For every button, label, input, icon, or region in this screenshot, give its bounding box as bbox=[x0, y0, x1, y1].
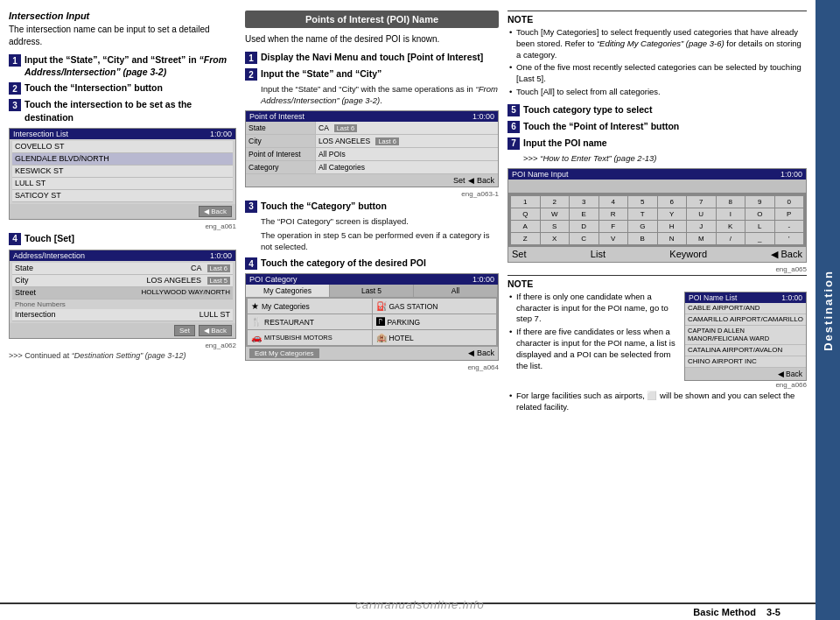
cat-grid: ★ My Categories ⛽ GAS STATION 🍴 RESTAURA… bbox=[246, 297, 498, 347]
back-button-list[interactable]: ◀ Back bbox=[778, 370, 802, 378]
key-4[interactable]: 4 bbox=[599, 196, 628, 208]
key-9[interactable]: 9 bbox=[746, 196, 774, 208]
key-h[interactable]: H bbox=[658, 221, 687, 232]
cat-label: RESTAURANT bbox=[264, 318, 314, 327]
back-button-2[interactable]: ◀ Back bbox=[199, 325, 232, 336]
back-button-1[interactable]: ◀ Back bbox=[199, 206, 232, 217]
row-value: LULL ST bbox=[200, 310, 230, 319]
key-5[interactable]: 5 bbox=[628, 196, 657, 208]
key-u[interactable]: U bbox=[687, 208, 716, 220]
poi-list-header: POI Name List 1:0:00 bbox=[685, 292, 806, 303]
list-item[interactable]: COVELLO ST bbox=[12, 141, 233, 153]
list-item[interactable]: CAPTAIN D ALLEN MANOR/FELICIANA WARD bbox=[685, 326, 806, 345]
key-p[interactable]: P bbox=[775, 208, 804, 220]
key-7[interactable]: 7 bbox=[687, 196, 716, 208]
cat-cell-gasstation[interactable]: ⛽ GAS STATION bbox=[373, 299, 497, 314]
list-item[interactable]: CATALINA AIRPORT/AVALON bbox=[685, 345, 806, 356]
back-button-pns[interactable]: ◀ Back bbox=[771, 249, 802, 260]
key-t[interactable]: T bbox=[628, 208, 657, 220]
list-button-pns[interactable]: List bbox=[591, 249, 606, 260]
step-sub-m3a: The “POI Category” screen is displayed. bbox=[261, 216, 499, 228]
tab-my-categories[interactable]: My Categories bbox=[246, 285, 330, 297]
keyword-button-pns[interactable]: Keyword bbox=[669, 249, 707, 260]
edit-my-categories-button[interactable]: Edit My Categories bbox=[249, 349, 319, 358]
tab-last5[interactable]: Last 5 bbox=[330, 285, 414, 297]
key-z[interactable]: Z bbox=[511, 233, 540, 244]
key-j[interactable]: J bbox=[687, 221, 716, 232]
cat-cell-parking[interactable]: 🅿 PARKING bbox=[373, 314, 497, 329]
list-item[interactable]: CABLE AIRPORT/AND bbox=[685, 303, 806, 314]
key-y[interactable]: Y bbox=[658, 208, 687, 220]
row-label: State bbox=[15, 264, 33, 272]
destination-tab[interactable]: Destination bbox=[816, 0, 840, 620]
step-sub-m2: Input the “State” and “City” with the sa… bbox=[261, 84, 499, 107]
key-2[interactable]: 2 bbox=[541, 196, 570, 208]
key-g[interactable]: G bbox=[628, 221, 657, 232]
key-w[interactable]: W bbox=[541, 208, 570, 220]
step-text-m4: Touch the category of the desired POI bbox=[261, 257, 426, 269]
list-item[interactable]: CAMARILLO AIRPORT/CAMARILLO bbox=[685, 314, 806, 326]
cat-cell-restaurant[interactable]: 🍴 RESTAURANT bbox=[248, 314, 372, 329]
set-button-pns[interactable]: Set bbox=[512, 249, 527, 260]
tab-all[interactable]: All bbox=[414, 285, 498, 297]
step-num-2: 2 bbox=[9, 82, 21, 95]
key-c[interactable]: C bbox=[570, 233, 598, 244]
key-l[interactable]: L bbox=[746, 221, 774, 232]
key-n[interactable]: N bbox=[658, 233, 687, 244]
list-item[interactable]: GLENDALE BLVD/NORTH bbox=[12, 153, 233, 166]
key-i[interactable]: I bbox=[717, 208, 746, 220]
key-slash[interactable]: / bbox=[717, 233, 746, 244]
key-8[interactable]: 8 bbox=[717, 196, 746, 208]
key-f[interactable]: F bbox=[599, 221, 628, 232]
cat-screen-caption: eng_a064 bbox=[245, 363, 499, 371]
screen-header-1: Intersection List 1:0:00 bbox=[10, 129, 235, 139]
set-button-poi[interactable]: Set bbox=[453, 176, 466, 185]
key-d[interactable]: D bbox=[570, 221, 598, 232]
key-x[interactable]: X bbox=[541, 233, 570, 244]
section-intro: The intersection name can be input to se… bbox=[9, 24, 236, 48]
gas-icon: ⛽ bbox=[376, 301, 387, 311]
key-6[interactable]: 6 bbox=[658, 196, 687, 208]
cat-cell-hotel[interactable]: 🏨 HOTEL bbox=[373, 330, 497, 345]
star-icon: ★ bbox=[251, 301, 259, 311]
key-dash[interactable]: - bbox=[775, 221, 804, 232]
list-item[interactable]: CHINO AIRPORT INC bbox=[685, 356, 806, 368]
back-button-cat[interactable]: ◀ Back bbox=[468, 349, 494, 358]
left-column: Intersection Input The intersection name… bbox=[9, 11, 236, 595]
poi-name-time: 1:0:00 bbox=[780, 170, 802, 179]
key-s[interactable]: S bbox=[541, 221, 570, 232]
table-row: Category All Categories bbox=[246, 161, 498, 174]
poi-screen-title: Point of Interest bbox=[249, 112, 304, 121]
key-r[interactable]: R bbox=[599, 208, 628, 220]
list-item[interactable]: LULL ST bbox=[12, 178, 233, 190]
key-q[interactable]: Q bbox=[511, 208, 540, 220]
badge: Last 6 bbox=[207, 264, 230, 272]
screen-title-2: Address/Intersection bbox=[13, 251, 85, 260]
key-0[interactable]: 0 bbox=[775, 196, 804, 208]
step-r7: 7 Input the POI name bbox=[508, 137, 807, 150]
back-button-poi[interactable]: ◀ Back bbox=[468, 176, 494, 185]
list-item[interactable]: KESWICK ST bbox=[12, 166, 233, 178]
key-k[interactable]: K bbox=[717, 221, 746, 232]
key-underscore[interactable]: _ bbox=[746, 233, 774, 244]
step-r5: 5 Touch category type to select bbox=[508, 103, 807, 116]
key-3[interactable]: 3 bbox=[570, 196, 598, 208]
key-1[interactable]: 1 bbox=[511, 196, 540, 208]
set-button[interactable]: Set bbox=[174, 325, 195, 336]
cat-cell-mitsubishi[interactable]: 🚗 MITSUBISHI MOTORS bbox=[248, 330, 372, 345]
key-a[interactable]: A bbox=[511, 221, 540, 232]
row-value: HOLLYWOOD WAY/NORTH bbox=[142, 288, 231, 297]
list-item[interactable]: SATICOY ST bbox=[12, 190, 233, 202]
middle-column: Points of Interest (POI) Name Used when … bbox=[245, 11, 499, 595]
key-v[interactable]: V bbox=[599, 233, 628, 244]
table-row: Intersection LULL ST bbox=[12, 309, 233, 321]
key-b[interactable]: B bbox=[628, 233, 657, 244]
screen-time-1: 1:0:00 bbox=[210, 130, 232, 138]
key-quote[interactable]: ' bbox=[775, 233, 804, 244]
cat-label: My Categories bbox=[262, 302, 310, 311]
key-o[interactable]: O bbox=[746, 208, 774, 220]
cat-cell-mycategories[interactable]: ★ My Categories bbox=[248, 299, 372, 314]
key-e[interactable]: E bbox=[570, 208, 598, 220]
step-2: 2 Touch the “Intersection” button bbox=[9, 81, 236, 95]
key-m[interactable]: M bbox=[687, 233, 716, 244]
